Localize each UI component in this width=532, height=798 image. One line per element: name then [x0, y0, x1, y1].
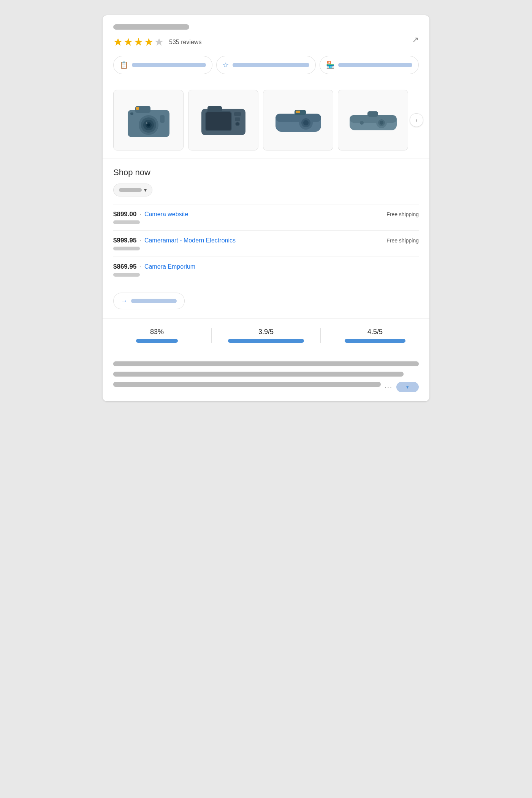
stat-1-value: 83% — [150, 328, 164, 336]
star-3: ★ — [134, 36, 143, 48]
shop-section: Shop now ▾ $899.00 · Camera website Free… — [103, 158, 429, 319]
star-4: ★ — [144, 36, 154, 48]
listing-2-dot: · — [139, 237, 141, 244]
rating-row: ★ ★ ★ ★ ★ 535 reviews — [113, 36, 419, 48]
svg-rect-9 — [160, 115, 165, 123]
text-line-3 — [113, 382, 381, 387]
details-label-bar — [132, 63, 206, 67]
listing-1-price: $899.00 — [113, 211, 136, 218]
image-thumb-2[interactable] — [188, 90, 258, 150]
filter-chevron-icon: ▾ — [144, 187, 147, 193]
camera-back-svg — [197, 99, 250, 141]
svg-point-8 — [146, 122, 147, 124]
listing-2-price-name: $999.95 · Cameramart - Modern Electronic… — [113, 237, 236, 244]
filter-text-bar — [119, 188, 142, 192]
stat-2: 3.9/5 — [212, 328, 321, 343]
listing-2-sub — [113, 247, 140, 250]
listing-1-top: $899.00 · Camera website Free shipping — [113, 211, 419, 218]
product-title-bar — [113, 24, 189, 30]
stat-2-bar — [228, 339, 304, 343]
save-button[interactable]: ☆ — [216, 56, 315, 74]
stat-3-value: 4.5/5 — [367, 328, 383, 336]
text-line-1 — [113, 361, 419, 366]
listing-3-dot: · — [139, 263, 141, 270]
text-line-3-row: ··· ▾ — [113, 382, 419, 392]
details-button[interactable]: 📋 — [113, 56, 212, 74]
camera-front-svg — [122, 99, 175, 141]
filter-button[interactable]: ▾ — [113, 184, 152, 196]
svg-rect-15 — [234, 112, 241, 116]
listing-1-shipping: Free shipping — [386, 211, 419, 217]
shop-title: Shop now — [113, 168, 419, 177]
listing-1-price-name: $899.00 · Camera website — [113, 211, 188, 218]
svg-rect-14 — [206, 112, 231, 130]
ellipsis-icon: ··· — [385, 383, 393, 391]
listing-2-name[interactable]: Cameramart - Modern Electronics — [144, 237, 236, 244]
svg-point-23 — [303, 120, 309, 125]
svg-rect-10 — [130, 112, 133, 115]
svg-point-33 — [360, 121, 364, 125]
listing-3-sub — [113, 273, 140, 277]
listing-3-name[interactable]: Camera Emporium — [144, 263, 195, 270]
image-thumb-4[interactable] — [338, 90, 408, 150]
image-thumb-1[interactable] — [113, 90, 184, 150]
camera-side-svg — [272, 99, 325, 141]
save-icon: ☆ — [223, 61, 229, 69]
expand-label: ▾ — [402, 383, 413, 391]
listing-3-price-name: $869.95 · Camera Emporium — [113, 263, 195, 271]
star-1: ★ — [113, 36, 123, 48]
listing-2-shipping: Free shipping — [386, 238, 419, 244]
images-section: › — [103, 82, 429, 158]
listing-2-top: $999.95 · Cameramart - Modern Electronic… — [113, 237, 419, 244]
svg-rect-12 — [207, 106, 222, 112]
star-5: ★ — [154, 36, 164, 48]
listing-2-price: $999.95 — [113, 237, 136, 244]
svg-point-31 — [380, 121, 383, 125]
stat-3-bar — [345, 339, 405, 343]
star-2: ★ — [124, 36, 133, 48]
svg-rect-25 — [296, 111, 300, 113]
details-icon: 📋 — [120, 61, 128, 69]
image-grid — [113, 90, 419, 150]
stat-3: 4.5/5 — [321, 328, 429, 343]
listing-1-name[interactable]: Camera website — [144, 211, 188, 218]
stat-1-bar — [136, 339, 178, 343]
listing-1-sub — [113, 220, 140, 224]
more-results-button[interactable]: → — [113, 293, 185, 309]
save-label-bar — [233, 63, 309, 67]
stats-section: 83% 3.9/5 4.5/5 — [103, 319, 429, 352]
more-arrow-icon: → — [121, 298, 127, 304]
image-thumb-3[interactable] — [263, 90, 333, 150]
action-buttons: 📋 ☆ 🏪 — [113, 56, 419, 74]
listing-1: $899.00 · Camera website Free shipping — [113, 204, 419, 230]
listing-3-top: $869.95 · Camera Emporium — [113, 263, 419, 271]
expand-button[interactable]: ▾ — [396, 382, 419, 392]
store-icon: 🏪 — [326, 61, 334, 69]
store-button[interactable]: 🏪 — [320, 56, 419, 74]
next-image-button[interactable]: › — [410, 113, 423, 127]
svg-rect-2 — [136, 107, 139, 110]
stars: ★ ★ ★ ★ ★ — [113, 36, 164, 48]
text-line-2 — [113, 372, 404, 377]
svg-rect-16 — [235, 117, 240, 121]
listing-3-price: $869.95 — [113, 263, 136, 271]
rating-section: ★ ★ ★ ★ ★ 535 reviews ↗ 📋 ☆ 🏪 — [103, 15, 429, 82]
listing-2: $999.95 · Cameramart - Modern Electronic… — [113, 230, 419, 256]
listing-3: $869.95 · Camera Emporium — [113, 256, 419, 283]
camera-angle-svg — [347, 99, 400, 141]
share-icon[interactable]: ↗ — [412, 35, 419, 44]
more-text-bar — [131, 299, 177, 303]
svg-point-7 — [147, 124, 150, 127]
svg-rect-26 — [279, 116, 292, 122]
svg-point-18 — [236, 122, 239, 125]
review-count: 535 reviews — [169, 39, 201, 46]
product-card: ★ ★ ★ ★ ★ 535 reviews ↗ 📋 ☆ 🏪 — [103, 15, 429, 401]
store-label-bar — [338, 63, 412, 67]
stat-1: 83% — [103, 328, 212, 343]
stat-2-value: 3.9/5 — [258, 328, 274, 336]
listing-1-dot: · — [139, 211, 141, 218]
svg-rect-32 — [367, 111, 378, 117]
text-section: ··· ▾ — [103, 352, 429, 401]
